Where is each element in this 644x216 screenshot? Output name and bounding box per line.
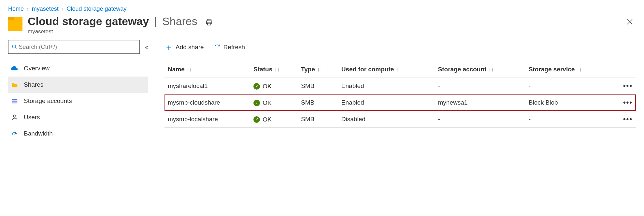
sidebar-item-overview[interactable]: Overview — [8, 60, 148, 77]
cell-service: - — [525, 78, 613, 94]
page-title: Cloud storage gateway — [28, 15, 149, 28]
sidebar-item-label: Overview — [24, 65, 50, 72]
sidebar-item-label: Users — [24, 114, 40, 121]
breadcrumb-section[interactable]: Cloud storage gateway — [66, 6, 126, 12]
cell-name[interactable]: mysmb-cloudshare — [165, 94, 250, 111]
sidebar-item-storage-accounts[interactable]: Storage accounts — [8, 93, 148, 109]
refresh-button[interactable]: Refresh — [214, 44, 245, 51]
row-more-button[interactable]: ••• — [612, 94, 636, 111]
chevron-right-icon: › — [62, 7, 64, 12]
sidebar: « Overview Shares Storage accounts Users… — [8, 36, 148, 142]
cell-service: Block Blob — [525, 94, 613, 111]
cell-compute: Enabled — [338, 94, 435, 111]
col-compute[interactable]: Used for compute↑↓ — [338, 61, 435, 78]
sidebar-item-label: Storage accounts — [24, 97, 72, 105]
cell-type: SMB — [298, 94, 338, 111]
chevron-right-icon: › — [27, 7, 29, 12]
sort-icon: ↑↓ — [396, 67, 401, 72]
user-icon — [11, 113, 19, 121]
storage-icon — [11, 97, 19, 105]
cell-type: SMB — [298, 111, 338, 128]
svg-rect-8 — [12, 101, 18, 102]
collapse-sidebar-button[interactable]: « — [145, 44, 148, 50]
cell-account: - — [435, 111, 525, 128]
resource-name: myasetest — [28, 28, 197, 35]
check-icon: ✓ — [253, 83, 260, 90]
check-icon: ✓ — [253, 116, 260, 123]
gauge-icon — [11, 130, 19, 137]
toolbar: ＋ Add share Refresh — [165, 40, 636, 54]
cell-type: SMB — [298, 78, 338, 94]
close-button[interactable] — [623, 16, 636, 29]
col-status[interactable]: Status↑↓ — [250, 61, 298, 78]
cell-status: ✓OK — [250, 94, 298, 111]
folder-icon — [8, 17, 22, 31]
sidebar-item-users[interactable]: Users — [8, 109, 148, 125]
sidebar-item-label: Bandwidth — [24, 130, 53, 137]
sort-icon: ↑↓ — [577, 67, 582, 72]
search-icon — [12, 44, 17, 50]
svg-rect-9 — [12, 102, 18, 104]
row-more-button[interactable]: ••• — [612, 111, 636, 128]
print-button[interactable] — [205, 18, 213, 27]
svg-line-11 — [15, 133, 16, 135]
sort-icon: ↑↓ — [274, 67, 279, 72]
search-box[interactable] — [8, 40, 140, 54]
cell-compute: Enabled — [338, 78, 435, 94]
sidebar-item-bandwidth[interactable]: Bandwidth — [8, 125, 148, 142]
svg-line-6 — [15, 48, 17, 49]
add-share-button[interactable]: ＋ Add share — [165, 42, 204, 53]
breadcrumb-home[interactable]: Home — [8, 6, 24, 12]
sidebar-item-shares[interactable]: Shares — [8, 77, 148, 93]
main-content: ＋ Add share Refresh Name↑↓ Status↑↓ Type… — [148, 36, 636, 142]
svg-point-10 — [13, 115, 16, 117]
cell-compute: Disabled — [338, 111, 435, 128]
shares-table: Name↑↓ Status↑↓ Type↑↓ Used for compute↑… — [165, 61, 636, 128]
refresh-icon — [214, 44, 221, 51]
cell-status: ✓OK — [250, 111, 298, 128]
cell-name[interactable]: mysharelocal1 — [165, 78, 250, 94]
cloud-icon — [11, 65, 19, 72]
cell-status: ✓OK — [250, 78, 298, 94]
svg-rect-7 — [12, 99, 18, 101]
col-type[interactable]: Type↑↓ — [298, 61, 338, 78]
col-name[interactable]: Name↑↓ — [165, 61, 250, 78]
plus-icon: ＋ — [165, 42, 173, 53]
col-service[interactable]: Storage service↑↓ — [525, 61, 613, 78]
add-share-label: Add share — [176, 44, 204, 51]
table-row[interactable]: mysmb-localshare✓OKSMBDisabled--••• — [165, 111, 636, 128]
table-row[interactable]: mysharelocal1✓OKSMBEnabled--••• — [165, 78, 636, 94]
svg-point-5 — [12, 45, 16, 48]
cell-account: mynewsa1 — [435, 94, 525, 111]
cell-account: - — [435, 78, 525, 94]
row-more-button[interactable]: ••• — [612, 78, 636, 94]
sort-icon: ↑↓ — [317, 67, 322, 72]
search-input[interactable] — [19, 44, 136, 50]
refresh-label: Refresh — [223, 44, 245, 51]
sort-icon: ↑↓ — [488, 67, 494, 72]
breadcrumb: Home › myasetest › Cloud storage gateway — [0, 0, 644, 15]
col-account[interactable]: Storage account↑↓ — [435, 61, 525, 78]
sidebar-item-label: Shares — [24, 81, 43, 88]
check-icon: ✓ — [253, 100, 260, 106]
title-separator: | — [154, 15, 157, 28]
folder-icon — [11, 81, 19, 89]
page-subtitle: Shares — [162, 15, 197, 28]
cell-service: - — [525, 111, 613, 128]
sort-icon: ↑↓ — [187, 67, 192, 72]
cell-name[interactable]: mysmb-localshare — [165, 111, 250, 128]
table-row[interactable]: mysmb-cloudshare✓OKSMBEnabledmynewsa1Blo… — [165, 94, 636, 111]
breadcrumb-resource[interactable]: myasetest — [32, 6, 59, 12]
